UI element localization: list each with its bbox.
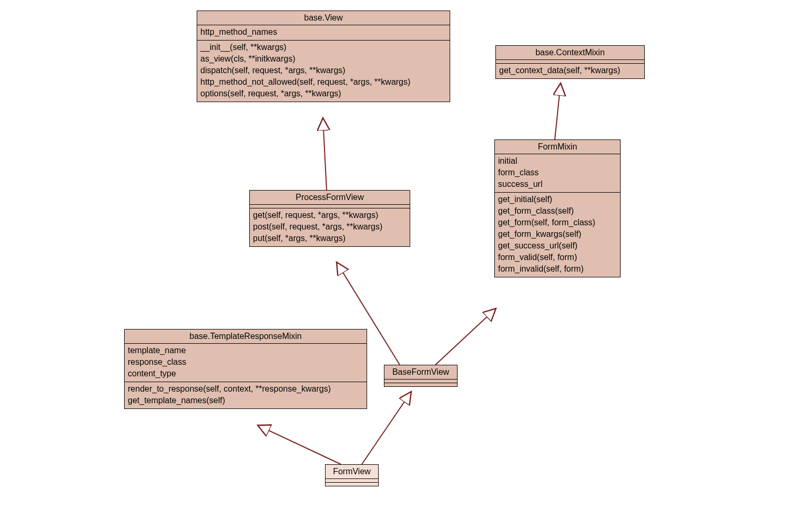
class-methods: get_initial(self) get_form_class(self) g… <box>495 193 620 277</box>
method: get_success_url(self) <box>498 240 617 252</box>
method: get_form_kwargs(self) <box>498 228 617 240</box>
method: post(self, request, *args, **kwargs) <box>253 221 407 233</box>
class-base-view: base.View http_method_names __init__(sel… <box>197 11 450 102</box>
method: render_to_response(self, context, **resp… <box>128 383 363 395</box>
edge-baseformview-to-formmixin <box>435 308 496 365</box>
class-methods-empty <box>384 383 457 386</box>
class-methods: get_context_data(self, **kwargs) <box>496 64 644 78</box>
class-attributes: initial form_class success_url <box>495 154 620 193</box>
class-title: BaseFormView <box>384 365 457 380</box>
attribute: content_type <box>128 368 363 380</box>
attribute: form_class <box>498 167 617 178</box>
class-methods-empty <box>326 483 378 486</box>
attribute: http_method_names <box>200 26 446 38</box>
method: form_invalid(self, form) <box>498 263 617 275</box>
method: get_context_data(self, **kwargs) <box>499 65 641 76</box>
attribute: initial <box>498 155 617 167</box>
edge-formmixin-to-contextmixin <box>555 83 561 139</box>
class-formmixin: FormMixin initial form_class success_url… <box>494 139 621 277</box>
method: get_template_names(self) <box>128 395 363 406</box>
class-title: FormView <box>326 465 378 479</box>
edge-formview-to-baseformview <box>362 392 411 464</box>
class-methods: __init__(self, **kwargs) as_view(cls, **… <box>197 41 450 102</box>
class-baseformview: BaseFormView <box>384 365 458 387</box>
class-attributes-empty <box>496 60 644 64</box>
class-base-contextmixin: base.ContextMixin get_context_data(self,… <box>495 45 645 79</box>
class-title: ProcessFormView <box>250 191 410 205</box>
class-title: base.View <box>197 11 450 25</box>
method: get_form(self, form_class) <box>498 217 617 228</box>
method: form_valid(self, form) <box>498 252 617 263</box>
class-title: base.ContextMixin <box>496 46 644 60</box>
method: http_method_not_allowed(self, request, *… <box>200 76 446 88</box>
class-attributes-empty <box>384 380 457 383</box>
class-title: FormMixin <box>495 140 620 154</box>
class-methods: render_to_response(self, context, **resp… <box>125 382 367 408</box>
method: get(self, request, *args, **kwargs) <box>253 209 407 221</box>
edge-processformview-to-baseview <box>323 118 327 190</box>
method: as_view(cls, **initkwargs) <box>200 53 446 65</box>
attribute: response_class <box>128 356 363 368</box>
method: put(self, *args, **kwargs) <box>253 233 407 244</box>
class-attributes: template_name response_class content_typ… <box>125 344 367 382</box>
method: options(self, request, *args, **kwargs) <box>200 88 446 99</box>
class-base-templateresponsemixin: base.TemplateResponseMixin template_name… <box>124 329 367 409</box>
attribute: template_name <box>128 345 363 356</box>
class-formview: FormView <box>325 464 379 486</box>
class-attributes-empty <box>326 479 378 483</box>
class-title: base.TemplateResponseMixin <box>125 330 367 344</box>
method: __init__(self, **kwargs) <box>200 42 446 53</box>
class-attributes-empty <box>250 205 410 208</box>
class-attributes: http_method_names <box>197 25 450 41</box>
edge-formview-to-templateresponsemixin <box>258 425 341 464</box>
method: get_form_class(self) <box>498 205 617 217</box>
attribute: success_url <box>498 178 617 190</box>
class-processformview: ProcessFormView get(self, request, *args… <box>249 190 410 247</box>
class-methods: get(self, request, *args, **kwargs) post… <box>250 208 410 246</box>
method: dispatch(self, request, *args, **kwargs) <box>200 65 446 76</box>
method: get_initial(self) <box>498 194 617 205</box>
